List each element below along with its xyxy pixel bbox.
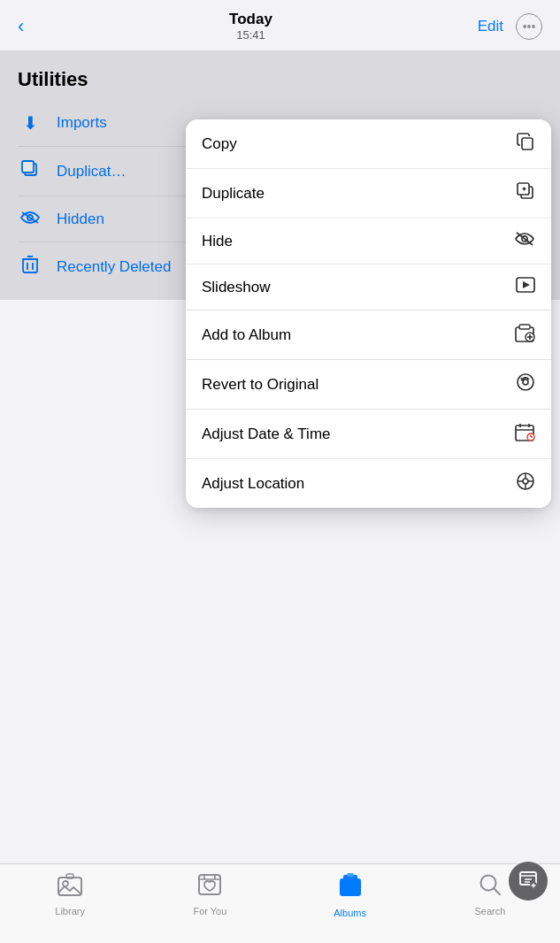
svg-rect-40 — [66, 874, 73, 878]
copy-icon — [516, 132, 535, 156]
search-icon — [479, 873, 502, 902]
menu-group-3: Revert to Original — [186, 359, 551, 409]
search-label: Search — [474, 906, 505, 916]
menu-item-adjust-date[interactable]: Adjust Date & Time — [186, 410, 551, 459]
page-subtitle: 15:41 — [229, 28, 272, 42]
menu-item-add-to-album[interactable]: Add to Album — [186, 310, 551, 359]
add-to-album-icon — [514, 323, 535, 347]
more-button[interactable]: ••• — [516, 13, 542, 40]
svg-rect-47 — [347, 873, 354, 877]
duplicate-label: Duplicate — [202, 185, 265, 203]
context-menu: Copy Duplicate — [186, 119, 551, 508]
more-icon: ••• — [523, 19, 536, 34]
header: ‹ Today 15:41 Edit ••• — [0, 0, 560, 50]
page-title: Today — [229, 11, 272, 28]
duplicate-icon — [516, 181, 535, 205]
library-label: Library — [55, 906, 85, 916]
menu-item-adjust-location[interactable]: Adjust Location — [186, 459, 551, 508]
menu-item-duplicate[interactable]: Duplicate — [186, 169, 551, 218]
menu-item-revert[interactable]: Revert to Original — [186, 360, 551, 409]
albums-icon — [338, 873, 363, 904]
svg-marker-17 — [523, 281, 530, 288]
tab-bar: Library For You Albums — [0, 863, 560, 943]
svg-line-49 — [494, 889, 500, 895]
albums-label: Albums — [334, 908, 366, 918]
fab-button[interactable] — [509, 862, 548, 901]
menu-group-4: Adjust Date & Time Adjust Location — [186, 409, 551, 508]
menu-group-2: Add to Album — [186, 310, 551, 359]
for-you-icon — [197, 873, 222, 902]
adjust-location-label: Adjust Location — [202, 475, 304, 493]
menu-item-copy[interactable]: Copy — [186, 119, 551, 169]
back-button[interactable]: ‹ — [18, 15, 24, 38]
svg-rect-45 — [340, 878, 361, 896]
menu-group-1: Copy Duplicate — [186, 119, 551, 310]
menu-item-slideshow[interactable]: Slideshow — [186, 264, 551, 310]
hide-label: Hide — [202, 233, 233, 250]
revert-icon — [516, 372, 535, 396]
library-icon — [58, 873, 82, 902]
adjust-date-icon — [514, 422, 535, 446]
for-you-label: For You — [193, 906, 226, 916]
tab-item-for-you[interactable]: For You — [140, 873, 280, 916]
adjust-date-label: Adjust Date & Time — [202, 426, 331, 443]
hide-icon — [514, 231, 535, 251]
revert-label: Revert to Original — [202, 376, 318, 394]
slideshow-icon — [516, 277, 535, 297]
svg-point-33 — [523, 479, 528, 484]
header-actions: Edit ••• — [478, 13, 542, 40]
svg-rect-19 — [519, 325, 530, 329]
fab-icon — [518, 870, 538, 893]
tab-item-library[interactable]: Library — [0, 873, 140, 916]
menu-item-hide[interactable]: Hide — [186, 218, 551, 264]
add-to-album-label: Add to Album — [202, 326, 291, 344]
header-title: Today 15:41 — [229, 11, 272, 42]
svg-point-39 — [63, 881, 68, 886]
svg-rect-9 — [522, 138, 533, 150]
svg-point-23 — [518, 374, 533, 390]
edit-button[interactable]: Edit — [478, 18, 503, 35]
adjust-location-icon — [516, 472, 535, 495]
copy-label: Copy — [202, 135, 237, 153]
svg-rect-38 — [58, 878, 81, 895]
tab-item-albums[interactable]: Albums — [280, 873, 420, 918]
slideshow-label: Slideshow — [202, 279, 271, 296]
main-content: Utilities ⬇ Imports Duplicat… H — [0, 50, 560, 300]
